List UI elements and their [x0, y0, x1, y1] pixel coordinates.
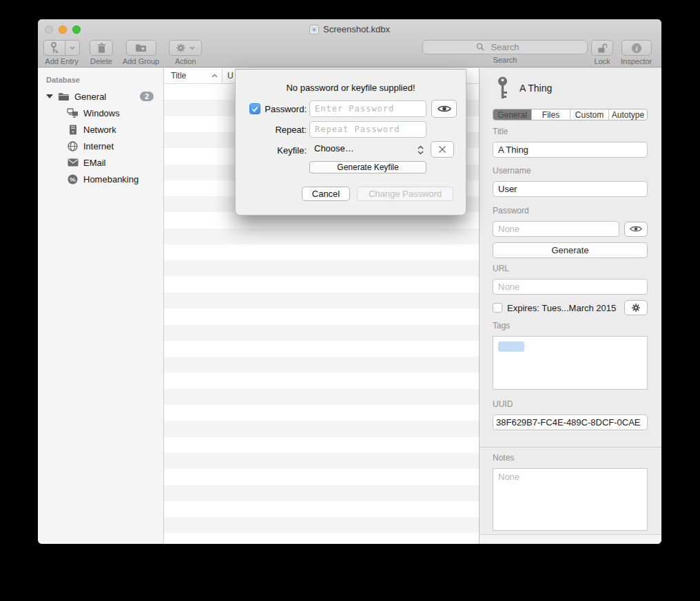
folder-plus-icon [135, 43, 147, 52]
chevron-down-icon [70, 46, 75, 50]
lock-open-icon [597, 43, 607, 54]
info-icon: i [631, 43, 642, 54]
sidebar-group-general[interactable]: General 2 [38, 88, 163, 105]
updown-chevrons-icon[interactable] [418, 145, 424, 155]
title-label: Title [493, 127, 661, 136]
sidebar-item-label: Homebanking [83, 174, 138, 184]
reveal-password-button[interactable] [624, 222, 648, 237]
sidebar-item-label: Windows [83, 108, 120, 118]
generate-password-button[interactable]: Generate [493, 242, 648, 258]
dialog-repeat-label: Repeat: [236, 125, 307, 135]
expires-settings-button[interactable] [624, 300, 648, 315]
sidebar-item-label: Internet [83, 141, 114, 151]
inspector-tabs: General Files Custom Autotype [493, 109, 648, 120]
column-header-title[interactable]: Title [164, 68, 223, 83]
password-dialog: No password or keyfile supplied! Passwor… [235, 69, 466, 215]
tab-general[interactable]: General [493, 109, 531, 120]
cancel-button[interactable]: Cancel [302, 187, 350, 201]
sidebar-item-network[interactable]: Network [38, 121, 163, 138]
close-x-icon [438, 145, 446, 154]
sidebar-item-label: Network [83, 125, 116, 135]
lock-label: Lock [594, 57, 610, 65]
percent-icon: % [67, 174, 79, 184]
password-label: Password [493, 206, 661, 215]
username-label: Username [493, 166, 661, 176]
url-field[interactable] [493, 279, 648, 295]
document-proxy-icon [309, 25, 319, 34]
notes-label: Notes [493, 453, 661, 463]
eye-icon [630, 225, 642, 233]
entry-title: A Thing [519, 83, 552, 94]
disclosure-triangle-icon[interactable] [46, 94, 53, 98]
tags-box[interactable] [493, 336, 648, 390]
tag-pill[interactable] [498, 341, 524, 352]
uuid-label: UUID [493, 399, 661, 409]
uuid-field[interactable] [493, 414, 648, 430]
sort-ascending-icon [212, 74, 218, 78]
dialog-keyfile-label: Keyfile: [236, 145, 307, 156]
action-button[interactable] [169, 40, 202, 56]
tab-autotype[interactable]: Autotype [608, 109, 647, 120]
sidebar-item-email[interactable]: EMail [38, 154, 163, 171]
action-label: Action [175, 57, 196, 65]
keyfile-popup-value: Choose… [314, 143, 354, 154]
key-plus-icon [50, 42, 59, 54]
trash-icon [97, 43, 106, 53]
window-title-area: Screenshot.kdbx [38, 19, 661, 39]
folder-icon [58, 92, 70, 101]
titlebar: Screenshot.kdbx [38, 19, 661, 39]
window-chrome: Screenshot.kdbx [38, 19, 661, 67]
delete-button[interactable] [90, 40, 113, 56]
sidebar-item-windows[interactable]: Windows [38, 105, 163, 121]
key-icon [497, 76, 508, 100]
minimize-button[interactable] [59, 25, 67, 34]
search-label: Search [493, 56, 517, 64]
lock-button[interactable] [591, 40, 613, 56]
sidebar-header: Database [38, 74, 163, 88]
window-title: Screenshot.kdbx [323, 24, 390, 34]
add-entry-label: Add Entry [45, 57, 78, 65]
expires-checkbox[interactable] [493, 303, 502, 313]
dialog-password-input[interactable] [309, 101, 426, 117]
inspector-label: Inspector [621, 57, 652, 65]
sidebar: Database General 2 [38, 68, 164, 544]
keyfile-popup[interactable]: Choose… [314, 143, 354, 154]
search-icon [476, 43, 484, 51]
entry-count-badge: 2 [140, 92, 154, 101]
inspector-footer [480, 534, 661, 544]
gear-icon [176, 43, 186, 53]
title-field[interactable] [493, 142, 648, 158]
password-field[interactable] [493, 221, 619, 237]
expires-label: Expires: Tues...March 2015 [507, 303, 619, 313]
sidebar-item-homebanking[interactable]: % Homebanking [38, 171, 163, 187]
username-field[interactable] [493, 181, 648, 197]
add-group-label: Add Group [123, 57, 159, 65]
toolbar: Add Entry Delete [38, 39, 661, 67]
tab-custom[interactable]: Custom [570, 109, 608, 120]
search-area: Search [422, 40, 588, 64]
add-entry-button[interactable] [43, 40, 80, 56]
clear-keyfile-button[interactable] [431, 141, 454, 158]
notes-field[interactable] [493, 468, 648, 531]
dialog-repeat-input[interactable] [309, 121, 426, 138]
chevron-down-icon [189, 46, 195, 50]
sidebar-item-internet[interactable]: Internet [38, 138, 163, 154]
zoom-button[interactable] [72, 25, 81, 34]
close-button[interactable] [45, 25, 53, 34]
group-label: General [74, 92, 106, 102]
change-password-button[interactable]: Change Password [357, 187, 453, 201]
app-window: Screenshot.kdbx [38, 19, 661, 544]
add-group-button[interactable] [126, 40, 156, 56]
tab-files[interactable]: Files [531, 109, 570, 120]
delete-label: Delete [90, 57, 112, 65]
search-input[interactable] [422, 40, 588, 54]
generate-keyfile-button[interactable]: Generate Keyfile [309, 161, 426, 173]
sidebar-item-label: EMail [83, 158, 106, 168]
windows-network-icon [67, 108, 79, 118]
dialog-reveal-password-button[interactable] [431, 100, 457, 118]
globe-icon [67, 141, 79, 151]
inspector-button[interactable]: i [621, 40, 652, 56]
server-icon [67, 125, 79, 135]
dialog-password-label: Password: [236, 104, 307, 114]
traffic-lights [45, 25, 81, 34]
